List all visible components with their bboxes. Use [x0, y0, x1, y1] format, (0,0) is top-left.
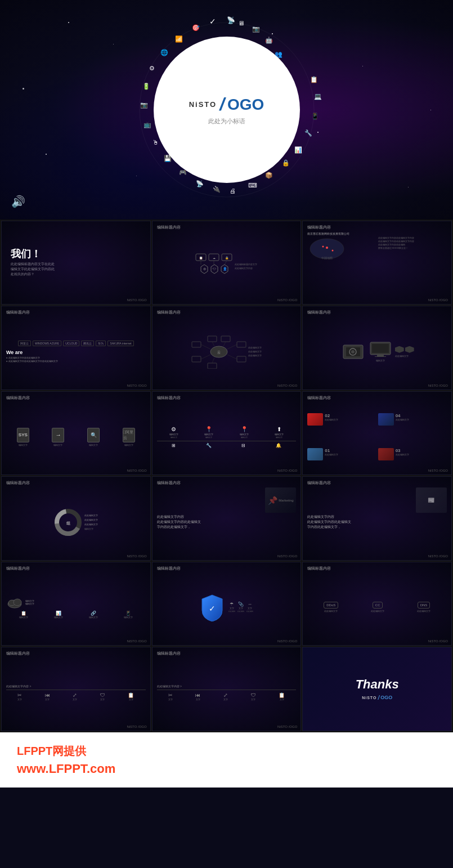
svg-text:📱: 📱	[311, 112, 319, 120]
svg-line-60	[227, 355, 237, 359]
svg-text:🤖: 🤖	[265, 36, 273, 44]
slide-thumb-4[interactable]: 编辑标题内容 阿里云 WINDOWS AZURE UCLOUD 腾讯云 华为 S…	[1, 306, 151, 390]
slide4-bullets: ● 此处编辑文字内容此处编辑文字 ● 此处编辑文字内容此处编辑文字内容此处编辑文…	[6, 356, 146, 363]
hero-logo-circle: NiSTO / OGO 此处为小标语	[154, 37, 300, 183]
svg-text:📺: 📺	[143, 120, 151, 128]
slide-thumb-9[interactable]: 编辑标题内容 02 此处编辑文字 04 此处编辑文字	[302, 391, 452, 475]
slide17-title: 编辑标题内容	[157, 651, 297, 656]
thumb-logo-14: NiSTO /OGO	[277, 639, 297, 643]
slide-thumb-2[interactable]: 编辑标题内容 📋 ☁ 🔒 ⚙ 🛡 👤	[152, 221, 302, 305]
slide-thumb-5[interactable]: 编辑标题内容 云	[152, 306, 302, 390]
svg-text:🔒: 🔒	[225, 256, 229, 260]
svg-text:🖱: 🖱	[153, 139, 159, 146]
svg-text:👤: 👤	[222, 267, 227, 271]
svg-line-59	[227, 344, 237, 349]
slide-thumb-7[interactable]: 编辑标题内容 SYS 编辑文字 → 编辑文字 🔍 编辑文字 □阿里云 编辑文字	[1, 391, 151, 475]
thumb-logo-13: NiSTO /OGO	[127, 639, 146, 643]
svg-text:📶: 📶	[175, 35, 183, 43]
svg-text:💻: 💻	[314, 92, 322, 100]
svg-text:📋: 📋	[310, 75, 318, 83]
svg-line-63	[212, 357, 214, 363]
we-are-text: We are	[6, 350, 146, 355]
slide-thumb-13[interactable]: 编辑标题内容 编辑文字编辑文字 📋 编辑文字	[1, 562, 151, 646]
slide-thumb-12[interactable]: 编辑标题内容 此处编辑文字内容 此处编辑文字内容此处编辑文 字内容此处编辑文字，…	[302, 476, 452, 560]
banner-url-suffix: .com	[87, 762, 115, 776]
svg-text:🔧: 🔧	[304, 129, 312, 137]
svg-text:🛡: 🛡	[213, 267, 216, 271]
thumb-logo-10: NiSTO /OGO	[127, 554, 146, 558]
svg-text:☁: ☁	[212, 256, 215, 259]
svg-rect-71	[375, 356, 386, 357]
thumb-logo-15: NiSTO /OGO	[428, 639, 448, 643]
slide-thumb-6[interactable]: 编辑标题内容 编辑文字	[302, 306, 452, 390]
svg-text:🔋: 🔋	[142, 82, 150, 90]
slide7-title: 编辑标题内容	[6, 395, 146, 401]
thanks-text: Thanks	[356, 677, 399, 692]
svg-rect-54	[208, 336, 217, 342]
slide12-text: 此处编辑文字内容 此处编辑文字内容此处编辑文 字内容此处编辑文字，	[307, 514, 414, 529]
slide-thumb-8[interactable]: 编辑标题内容 ⚙ 编辑文字 编辑文字 📍 编辑文字 编辑文字 📍	[152, 391, 302, 475]
slide-thumb-16[interactable]: 编辑标题内容 此处编辑文字内容 > ✂ 文字 ⏮ 文字 ⤢ 文字	[1, 647, 151, 731]
svg-text:📷: 📷	[252, 25, 260, 33]
slide5-title: 编辑标题内容	[157, 310, 297, 315]
svg-text:📡: 📡	[196, 180, 204, 187]
logo-nisto-text: NiSTO	[189, 100, 217, 109]
banner-url-brand: LFPPT	[49, 762, 87, 776]
svg-text:云: 云	[217, 351, 221, 354]
slide11-title: 编辑标题内容	[157, 480, 297, 486]
thanks-logo: NiSTO / OGO	[362, 695, 392, 701]
svg-text:🖥: 🖥	[238, 20, 244, 26]
svg-text:🌐: 🌐	[160, 48, 168, 56]
svg-text:📋: 📋	[199, 256, 203, 260]
file-sys-icon: SYS	[17, 428, 29, 442]
thumb-logo-6: NiSTO /OGO	[428, 384, 448, 387]
cloud-provider-ali: 阿里云	[18, 341, 31, 346]
svg-rect-50	[192, 342, 201, 347]
file-sys-label: 编辑文字	[19, 444, 28, 446]
china-map: 中国地图	[307, 236, 347, 262]
svg-text:组: 组	[65, 521, 70, 525]
slide16-subtitle: 此处编辑文字内容 >	[6, 684, 146, 688]
svg-rect-70	[377, 355, 384, 356]
svg-point-78	[14, 599, 21, 606]
slide-thumb-15[interactable]: 编辑标题内容 DDoS 此处编辑文字 CC 此处编辑文字 DNS 此处编辑文字 …	[302, 562, 452, 646]
slide-thumb-10[interactable]: 编辑标题内容 组 此处编辑文字 此处编辑文字 此处编辑文字 编辑文字 NiSTO…	[1, 476, 151, 560]
svg-text:✓: ✓	[209, 604, 216, 613]
cloud-icon-sm	[6, 596, 23, 609]
svg-text:📦: 📦	[265, 171, 273, 179]
slide-thumb-18[interactable]: Thanks NiSTO / OGO	[302, 647, 452, 731]
slide14-title: 编辑标题内容	[157, 566, 297, 571]
slide-thumb-11[interactable]: 编辑标题内容 此处编辑文字内容 此处编辑文字内容此处编辑文 字内容此处编辑文字，…	[152, 476, 302, 560]
slide16-title: 编辑标题内容	[6, 651, 146, 656]
svg-rect-69	[372, 344, 389, 353]
thumb-logo-16: NiSTO /OGO	[127, 725, 146, 728]
slide6-title: 编辑标题内容	[307, 310, 447, 315]
thumb-logo-2: NiSTO /OGO	[277, 298, 297, 302]
slide-thumb-17[interactable]: 编辑标题内容 此处编辑文字内容 > ✂ 文字 ⏮ 文字 ⤢ 文字	[152, 647, 302, 731]
svg-point-46	[322, 246, 324, 248]
file-cloud-label: 编辑文字	[124, 444, 133, 446]
banner-provider-text: LFPPT网提供	[17, 744, 436, 759]
slide-thumb-3[interactable]: 编辑标题内容 南京墨石客路网科技发展有限公司 中国地图 此处编辑文字内容此处编辑…	[302, 221, 452, 305]
slide-thumb-1[interactable]: 我们！ 此处编辑标题内容文字在此处编辑文字此处编辑文字内容此处相关的内容？ Ni…	[1, 221, 151, 305]
svg-text:🎯: 🎯	[192, 24, 200, 32]
svg-rect-52	[237, 342, 246, 347]
file-search-icon: 🔍	[87, 428, 100, 442]
slide15-title: 编辑标题内容	[307, 566, 447, 571]
thumb-logo-8: NiSTO /OGO	[277, 469, 297, 472]
slide2-title: 编辑标题内容	[157, 225, 297, 230]
cc-label: CC	[373, 602, 383, 609]
slide10-title: 编辑标题内容	[6, 480, 146, 486]
svg-text:📡: 📡	[227, 16, 235, 24]
banner-url-prefix: www.	[17, 762, 49, 776]
svg-text:✓: ✓	[209, 17, 216, 26]
svg-text:📊: 📊	[294, 146, 302, 154]
cloud-provider-tencent: 腾讯云	[81, 341, 94, 346]
svg-text:🖨: 🖨	[230, 187, 236, 194]
svg-text:📷: 📷	[140, 101, 148, 109]
svg-text:⚙: ⚙	[149, 65, 155, 71]
thumb-logo-12: NiSTO /OGO	[428, 554, 448, 558]
slide-thumb-14[interactable]: 编辑标题内容 ✓ ☂	[152, 562, 302, 646]
logo-slash-icon: /	[219, 94, 225, 115]
cloud-provider-sakura: SAKURA internet	[107, 341, 133, 346]
